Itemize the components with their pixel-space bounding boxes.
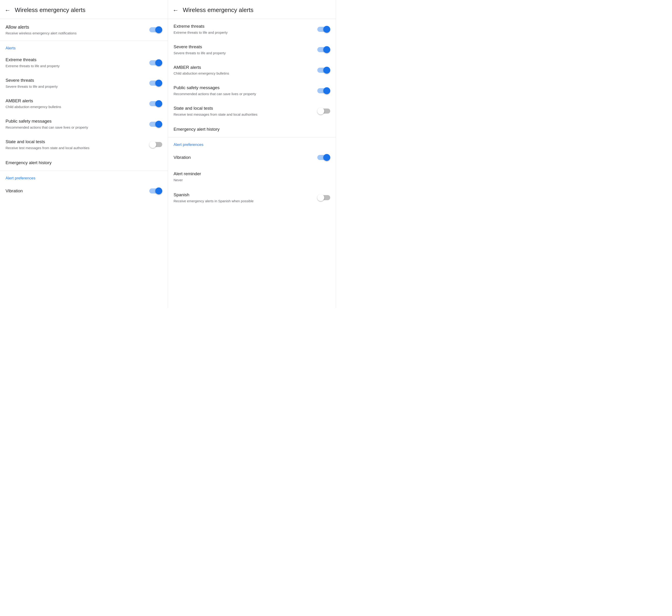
state-local-toggle-2[interactable]: [317, 108, 330, 114]
back-button-2[interactable]: ←: [173, 7, 179, 13]
vibration-row-1[interactable]: Vibration: [0, 182, 168, 199]
alert-reminder-title-2: Alert reminder: [174, 171, 327, 177]
spanish-title-2: Spanish: [174, 192, 314, 198]
vibration-row-2[interactable]: Vibration: [168, 149, 336, 166]
amber-alerts-toggle-1[interactable]: [149, 100, 162, 107]
allow-alerts-toggle[interactable]: [149, 26, 162, 33]
severe-threats-subtitle-2: Severe threats to life and property: [174, 51, 314, 55]
public-safety-toggle-1[interactable]: [149, 121, 162, 128]
emergency-history-title-2: Emergency alert history: [174, 126, 327, 132]
emergency-history-row-2[interactable]: Emergency alert history: [168, 121, 336, 137]
state-local-toggle-1[interactable]: [149, 141, 162, 148]
vibration-title-1: Vibration: [6, 188, 146, 194]
vibration-toggle-1[interactable]: [149, 187, 162, 194]
emergency-history-row-1[interactable]: Emergency alert history: [0, 155, 168, 171]
severe-threats-row-1[interactable]: Severe threats Severe threats to life an…: [0, 73, 168, 93]
extreme-threats-toggle-1[interactable]: [149, 59, 162, 66]
severe-threats-row-2[interactable]: Severe threats Severe threats to life an…: [168, 39, 336, 60]
back-button-1[interactable]: ←: [5, 7, 11, 13]
amber-alerts-row-2[interactable]: AMBER alerts Child abduction emergency b…: [168, 60, 336, 81]
preferences-section-label-1: Alert preferences: [0, 171, 168, 182]
severe-threats-toggle-2[interactable]: [317, 46, 330, 53]
state-local-subtitle-2: Receive test messages from state and loc…: [174, 112, 314, 117]
spanish-row-2[interactable]: Spanish Receive emergency alerts in Span…: [168, 187, 336, 208]
public-safety-title-1: Public safety messages: [6, 118, 146, 124]
extreme-threats-row-1[interactable]: Extreme threats Extreme threats to life …: [0, 52, 168, 73]
severe-threats-subtitle-1: Severe threats to life and property: [6, 84, 146, 89]
state-local-title-1: State and local tests: [6, 139, 146, 145]
state-local-title-2: State and local tests: [174, 105, 314, 111]
allow-alerts-text: Allow alerts Receive wireless emergency …: [6, 24, 149, 36]
extreme-threats-title-2: Extreme threats: [174, 24, 314, 29]
public-safety-subtitle-2: Recommended actions that can save lives …: [174, 91, 314, 96]
severe-threats-toggle-1[interactable]: [149, 80, 162, 87]
header-2: ← Wireless emergency alerts: [168, 0, 336, 19]
state-local-subtitle-1: Receive test messages from state and loc…: [6, 145, 146, 150]
page-title-1: Wireless emergency alerts: [15, 6, 85, 14]
amber-alerts-title-1: AMBER alerts: [6, 98, 146, 104]
severe-threats-title-1: Severe threats: [6, 78, 146, 83]
spanish-toggle-2[interactable]: [317, 194, 330, 201]
public-safety-title-2: Public safety messages: [174, 85, 314, 91]
extreme-threats-toggle-2[interactable]: [317, 26, 330, 33]
allow-alerts-row[interactable]: Allow alerts Receive wireless emergency …: [0, 19, 168, 41]
alert-reminder-value-2: Never: [174, 177, 327, 182]
extreme-threats-subtitle-2: Extreme threats to life and property: [174, 30, 314, 35]
state-local-row-2[interactable]: State and local tests Receive test messa…: [168, 101, 336, 121]
spanish-subtitle-2: Receive emergency alerts in Spanish when…: [174, 198, 314, 203]
amber-alerts-title-2: AMBER alerts: [174, 65, 314, 70]
amber-alerts-row-1[interactable]: AMBER alerts Child abduction emergency b…: [0, 93, 168, 114]
extreme-threats-row-2[interactable]: Extreme threats Extreme threats to life …: [168, 19, 336, 39]
allow-alerts-subtitle: Receive wireless emergency alert notific…: [6, 31, 146, 36]
amber-alerts-toggle-2[interactable]: [317, 67, 330, 74]
amber-alerts-subtitle-2: Child abduction emergency bulletins: [174, 71, 314, 76]
state-local-row-1[interactable]: State and local tests Receive test messa…: [0, 134, 168, 155]
alerts-section-label-1: Alerts: [0, 41, 168, 52]
page-title-2: Wireless emergency alerts: [183, 6, 253, 14]
public-safety-row-2[interactable]: Public safety messages Recommended actio…: [168, 80, 336, 101]
allow-alerts-title: Allow alerts: [6, 24, 146, 30]
public-safety-subtitle-1: Recommended actions that can save lives …: [6, 125, 146, 130]
vibration-toggle-2[interactable]: [317, 154, 330, 161]
preferences-section-label-2: Alert preferences: [168, 137, 336, 149]
extreme-threats-title-1: Extreme threats: [6, 57, 146, 63]
vibration-title-2: Vibration: [174, 155, 314, 160]
panel-2: ← Wireless emergency alerts Extreme thre…: [168, 0, 336, 308]
public-safety-row-1[interactable]: Public safety messages Recommended actio…: [0, 114, 168, 134]
severe-threats-title-2: Severe threats: [174, 44, 314, 50]
panel-1: ← Wireless emergency alerts Allow alerts…: [0, 0, 168, 308]
toggle-thumb: [155, 26, 162, 33]
public-safety-toggle-2[interactable]: [317, 87, 330, 94]
amber-alerts-subtitle-1: Child abduction emergency bulletins: [6, 104, 146, 109]
header-1: ← Wireless emergency alerts: [0, 0, 168, 19]
alert-reminder-row-2[interactable]: Alert reminder Never: [168, 166, 336, 187]
emergency-history-title-1: Emergency alert history: [6, 160, 159, 166]
extreme-threats-subtitle-1: Extreme threats to life and property: [6, 63, 146, 68]
